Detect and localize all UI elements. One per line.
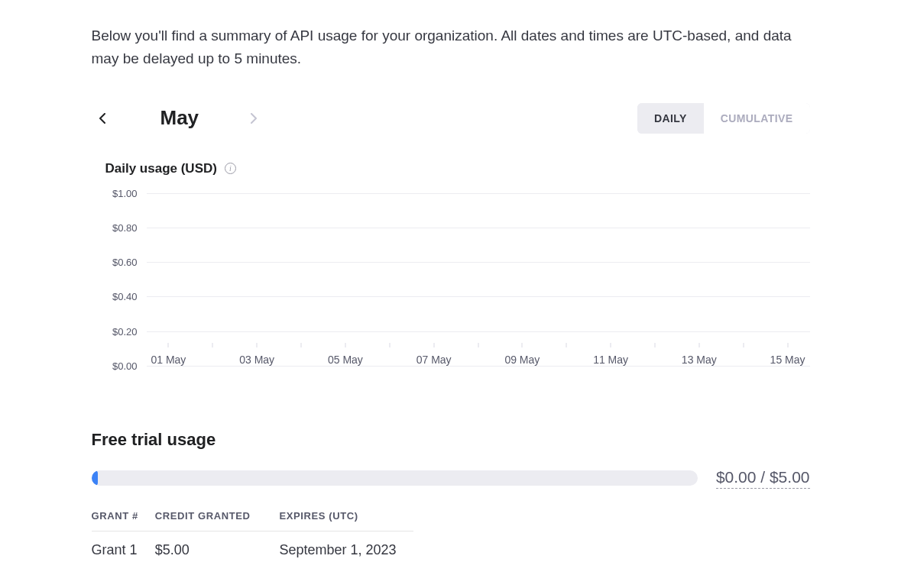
- info-icon[interactable]: i: [225, 163, 236, 174]
- cell-expires: September 1, 2023: [267, 531, 413, 558]
- x-tick-label: 13 May: [682, 354, 717, 366]
- y-tick: $0.60: [112, 257, 138, 268]
- y-tick: $0.00: [112, 360, 138, 371]
- col-credit: CREDIT GRANTED: [155, 510, 267, 531]
- col-grant: GRANT #: [92, 510, 155, 531]
- trial-amount: $0.00 / $5.00: [716, 468, 810, 489]
- x-tick-mark: [345, 343, 345, 347]
- grid-line: [147, 193, 810, 194]
- next-month-button[interactable]: [246, 111, 261, 126]
- grid-line: [147, 262, 810, 263]
- x-tick-label: 03 May: [239, 354, 274, 366]
- y-tick: $0.80: [112, 221, 138, 233]
- x-tick-label: 09 May: [504, 354, 540, 366]
- grid-line: [147, 331, 810, 332]
- cell-grant: Grant 1: [92, 531, 155, 558]
- y-tick: $0.20: [112, 325, 138, 337]
- x-tick-mark: [566, 343, 567, 347]
- col-expires: EXPIRES (UTC): [267, 510, 413, 531]
- x-tick-mark: [257, 343, 258, 347]
- tab-daily[interactable]: DAILY: [637, 103, 704, 134]
- x-tick-label: 07 May: [416, 354, 452, 366]
- x-tick-label: 11 May: [593, 354, 628, 366]
- free-trial-title: Free trial usage: [92, 430, 810, 450]
- intro-text: Below you'll find a summary of API usage…: [92, 24, 810, 71]
- y-tick: $1.00: [112, 187, 138, 199]
- x-tick-mark: [478, 343, 478, 347]
- chart-title: Daily usage (USD): [105, 161, 217, 176]
- x-tick-mark: [522, 343, 523, 347]
- y-tick: $0.40: [112, 291, 138, 302]
- x-tick-mark: [787, 343, 788, 347]
- tab-cumulative[interactable]: CUMULATIVE: [704, 103, 810, 134]
- prev-month-button[interactable]: [95, 111, 110, 126]
- x-tick-mark: [168, 343, 169, 347]
- usage-chart: $1.00$0.80$0.60$0.40$0.20$0.00 01 May03 …: [105, 193, 810, 392]
- grid-line: [147, 366, 810, 367]
- trial-progress-fill: [92, 470, 98, 486]
- table-row: Grant 1$5.00September 1, 2023: [92, 531, 413, 558]
- grid-line: [147, 228, 810, 228]
- x-tick-mark: [301, 343, 302, 347]
- x-tick-mark: [433, 343, 434, 347]
- x-tick-label: 15 May: [770, 354, 805, 366]
- x-tick-mark: [743, 343, 744, 347]
- month-label: May: [160, 106, 199, 130]
- x-tick-mark: [654, 343, 655, 347]
- cell-credit: $5.00: [155, 531, 267, 558]
- x-tick-mark: [212, 343, 213, 347]
- view-toggle: DAILY CUMULATIVE: [637, 103, 809, 134]
- x-tick-mark: [611, 343, 611, 347]
- grants-table: GRANT # CREDIT GRANTED EXPIRES (UTC) Gra…: [92, 510, 413, 558]
- grid-line: [147, 296, 810, 297]
- x-tick-label: 01 May: [151, 354, 186, 366]
- trial-progress-bar: [92, 470, 698, 486]
- x-tick-mark: [389, 343, 390, 347]
- x-tick-mark: [698, 343, 699, 347]
- x-tick-label: 05 May: [328, 354, 363, 366]
